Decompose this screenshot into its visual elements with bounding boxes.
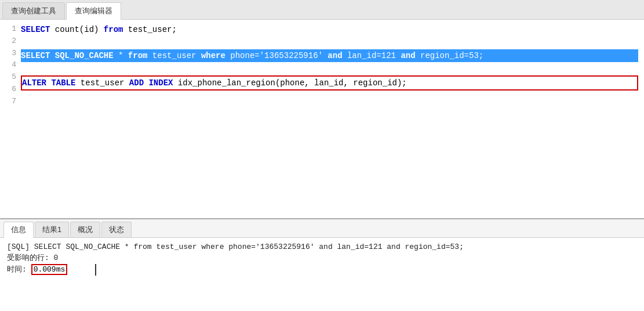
- bottom-tab-info[interactable]: 信息: [3, 222, 34, 238]
- line-num-5: 5: [5, 71, 16, 84]
- code-lines: SELECT count(id) from test_user; SELECT …: [21, 23, 644, 215]
- bottom-tab-overview[interactable]: 概况: [70, 222, 100, 237]
- tab-query-editor[interactable]: 查询编辑器: [66, 2, 121, 20]
- line-num-2: 2: [5, 35, 16, 48]
- tab-query-builder[interactable]: 查询创建工具: [2, 2, 65, 19]
- time-row: 时间: 0.009ms: [7, 264, 637, 276]
- line-num-1: 1: [5, 23, 16, 35]
- app-container: 查询创建工具 查询编辑器 1 2 3 4 5 6 7 SELECT count(…: [0, 0, 644, 311]
- bottom-tab-status[interactable]: 状态: [101, 222, 132, 237]
- time-value: 0.009ms: [31, 264, 68, 275]
- top-tab-bar: 查询创建工具 查询编辑器: [0, 0, 644, 20]
- bottom-panel: 信息 结果1 概况 状态 [SQL] SELECT SQL_NO_CACHE *…: [0, 218, 644, 311]
- line-num-4: 4: [5, 59, 16, 71]
- code-line-1: SELECT count(id) from test_user;: [21, 23, 638, 36]
- line-num-3: 3: [5, 48, 16, 60]
- line-numbers: 1 2 3 4 5 6 7: [0, 23, 21, 215]
- bottom-content: [SQL] SELECT SQL_NO_CACHE * from test_us…: [0, 238, 644, 311]
- time-label: 时间:: [7, 265, 27, 274]
- line-num-6: 6: [5, 84, 16, 96]
- editor-area: 1 2 3 4 5 6 7 SELECT count(id) from test…: [0, 20, 644, 218]
- cursor-icon: [95, 264, 102, 276]
- code-line-5: ALTER TABLE test_user ADD INDEX idx_phon…: [21, 75, 638, 91]
- code-line-6: [21, 91, 638, 103]
- line-num-7: 7: [5, 96, 16, 108]
- code-line-3: SELECT SQL_NO_CACHE * from test_user whe…: [21, 49, 638, 62]
- bottom-tab-bar: 信息 结果1 概况 状态: [0, 219, 644, 238]
- code-line-2: [21, 36, 638, 49]
- bottom-tab-result1[interactable]: 结果1: [35, 222, 69, 237]
- sql-output-line: [SQL] SELECT SQL_NO_CACHE * from test_us…: [7, 243, 637, 251]
- affected-rows: 受影响的行: 0: [7, 252, 637, 263]
- code-line-4: [21, 62, 638, 75]
- code-editor[interactable]: 1 2 3 4 5 6 7 SELECT count(id) from test…: [0, 20, 644, 218]
- code-line-7: [21, 103, 638, 116]
